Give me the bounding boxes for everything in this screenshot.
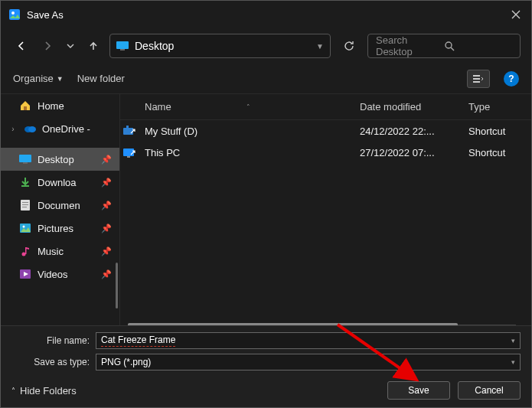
filename-value: Cat Freeze Frame [101,335,175,347]
filename-input[interactable]: Cat Freeze Frame ▾ [96,332,521,349]
new-folder-button[interactable]: New folder [77,73,125,84]
sidebar-label: Pictures [38,223,73,234]
view-options-button[interactable] [467,70,490,88]
sidebar-item-documents[interactable]: Documen 📌 [1,194,119,217]
file-row[interactable]: This PC 27/12/2022 07:... Shortcut [120,142,531,163]
svg-rect-3 [120,49,125,51]
pin-icon: 📌 [101,155,115,165]
sidebar-label: Videos [38,269,68,280]
home-icon [19,100,31,112]
address-bar[interactable]: Desktop ▼ [109,34,331,58]
body: Home › OneDrive - Desktop 📌 Downloa 📌 Do… [1,94,531,325]
svg-rect-5 [473,75,480,77]
window-title: Save As [27,9,64,21]
search-icon [444,41,512,51]
titlebar: Save As [1,1,531,28]
file-name: This PC [139,147,354,158]
chevron-down-icon: ▼ [57,75,64,83]
sidebar-item-videos[interactable]: Videos 📌 [1,263,119,286]
chevron-down-icon[interactable]: ▾ [511,358,515,366]
svg-rect-12 [23,162,28,164]
nav-row: Desktop ▼ Search Desktop [1,28,531,64]
svg-rect-16 [22,204,28,205]
svg-point-10 [28,126,36,132]
svg-rect-2 [116,41,129,49]
sidebar-label: Music [38,246,64,257]
sidebar-item-pictures[interactable]: Pictures 📌 [1,217,119,240]
chevron-down-icon[interactable]: ▾ [511,337,515,344]
sort-indicator-icon: ˄ [246,103,250,111]
pin-icon: 📌 [101,269,115,279]
sidebar-label: Documen [38,200,80,211]
filename-label: File name: [11,335,96,346]
svg-rect-25 [123,149,134,156]
close-button[interactable] [501,1,531,28]
hide-folders-button[interactable]: ˄ Hide Folders [11,385,77,397]
address-segment[interactable]: Desktop [135,40,310,52]
sidebar-item-downloads[interactable]: Downloa 📌 [1,171,119,194]
file-row[interactable]: My Stuff (D) 24/12/2022 22:... Shortcut [120,120,531,142]
download-icon [19,176,31,188]
forward-button[interactable] [38,35,57,57]
videos-icon [19,268,31,280]
svg-rect-11 [19,155,31,162]
back-button[interactable] [11,35,31,57]
hide-folders-label: Hide Folders [20,385,77,397]
svg-point-1 [11,11,15,15]
search-placeholder: Search Desktop [376,34,444,57]
svg-point-19 [23,226,25,228]
onedrive-icon [24,122,36,135]
recent-locations-button[interactable] [64,35,77,57]
pictures-icon [19,222,31,234]
chevron-up-icon: ˄ [11,387,15,395]
desktop-icon [116,41,129,51]
column-name[interactable]: Name ˄ [139,101,354,113]
organise-menu[interactable]: Organise ▼ [13,73,64,84]
music-icon [19,245,31,257]
svg-rect-23 [123,128,133,135]
svg-rect-15 [22,202,28,203]
sidebar-label: Home [38,100,64,112]
horizontal-scrollbar[interactable] [128,321,516,325]
svg-point-20 [22,253,26,256]
help-button[interactable]: ? [504,71,519,86]
bottom-panel: File name: Cat Freeze Frame ▾ Save as ty… [1,325,531,407]
column-date[interactable]: Date modified [354,101,462,113]
pin-icon: 📌 [101,201,115,211]
shortcut-icon [120,147,139,158]
filetype-label: Save as type: [11,357,96,367]
column-type[interactable]: Type [462,101,531,113]
document-icon [19,199,31,211]
desktop-icon [19,153,31,165]
filetype-value: PNG (*.png) [101,357,151,367]
svg-rect-17 [22,207,27,207]
pin-icon: 📌 [101,246,115,256]
sidebar-item-music[interactable]: Music 📌 [1,240,119,263]
save-as-dialog: Save As Desktop ▼ Search Desktop Organis… [0,0,532,408]
sidebar-item-onedrive[interactable]: › OneDrive - [1,117,119,140]
sidebar-item-home[interactable]: Home [1,94,119,117]
sidebar-label: Desktop [38,154,74,165]
file-type: Shortcut [462,147,531,158]
expand-icon[interactable]: › [8,125,18,133]
search-input[interactable]: Search Desktop [367,34,521,58]
sidebar-scrollbar[interactable] [116,263,118,308]
filetype-select[interactable]: PNG (*.png) ▾ [96,354,521,370]
cancel-button[interactable]: Cancel [458,381,521,400]
svg-rect-24 [126,126,129,128]
svg-rect-8 [24,106,27,110]
chevron-down-icon[interactable]: ▼ [316,42,324,51]
column-headers: Name ˄ Date modified Type [120,94,531,120]
refresh-button[interactable] [337,40,361,52]
sidebar-label: Downloa [38,177,77,188]
file-date: 24/12/2022 22:... [354,126,462,137]
file-name: My Stuff (D) [139,126,354,137]
save-button[interactable]: Save [387,381,450,400]
svg-rect-13 [21,185,29,187]
pin-icon: 📌 [101,178,115,188]
pin-icon: 📌 [101,224,115,233]
svg-point-4 [446,42,452,48]
file-date: 27/12/2022 07:... [354,147,462,158]
sidebar-item-desktop[interactable]: Desktop 📌 [1,148,119,171]
up-button[interactable] [83,35,103,57]
